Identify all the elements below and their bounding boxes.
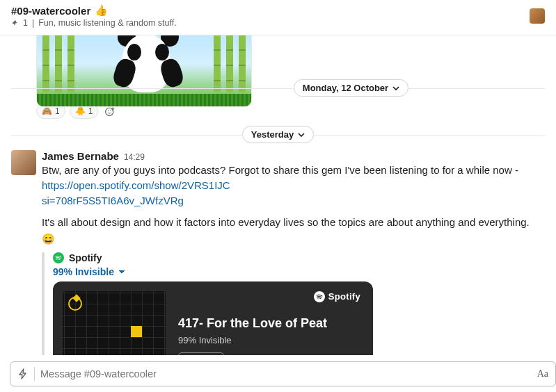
message-text: Btw, are any of you guys into podcasts? … <box>42 163 545 208</box>
message-link[interactable]: https://open.spotify.com/show/2VRS1IJC <box>42 179 230 191</box>
reaction-emoji: 🐥 <box>75 106 86 116</box>
track-title: 417- For the Love of Peat <box>178 316 360 331</box>
message-text: It's all about design and how it factors… <box>42 215 545 247</box>
caret-down-icon <box>118 268 125 275</box>
chevron-down-icon <box>392 85 399 92</box>
pin-count: 1 <box>23 18 28 28</box>
divider-pipe: | <box>32 18 34 28</box>
svg-point-1 <box>108 111 109 111</box>
date-label: Monday, 12 October <box>303 83 388 93</box>
chevron-down-icon <box>298 131 305 138</box>
date-divider: Yesterday <box>11 126 545 143</box>
reaction-emoji: 🙈 <box>42 106 52 116</box>
reaction-count: 1 <box>55 106 60 116</box>
message: James Bernabe 14:29 Btw, are any of you … <box>11 150 545 355</box>
reaction-count: 1 <box>88 106 93 116</box>
link-unfurl: Spotify 99% Invisible Spotify <box>42 252 545 355</box>
message-time: 14:29 <box>124 152 145 162</box>
channel-title[interactable]: #09-watercooler 👍 <box>11 4 530 17</box>
divider <box>34 367 35 381</box>
unfurl-provider: Spotify <box>53 252 545 263</box>
date-pill[interactable]: Yesterday <box>242 126 314 143</box>
channel-topic: Fun, music listening & random stuff. <box>38 18 176 28</box>
channel-emoji: 👍 <box>95 4 108 17</box>
svg-point-2 <box>111 111 111 111</box>
grinning-emoji: 😄 <box>42 231 55 247</box>
author-name[interactable]: James Bernabe <box>42 150 119 162</box>
spotify-icon <box>53 252 64 263</box>
date-pill[interactable]: Monday, 12 October <box>294 79 408 97</box>
spotify-player: Spotify 99% INVISIBLE 417- For the Love … <box>53 281 373 355</box>
workspace-avatar[interactable] <box>530 8 545 24</box>
cover-logo-icon <box>68 297 82 311</box>
composer: Aa <box>10 361 556 386</box>
pin-icon <box>11 19 19 27</box>
message-link[interactable]: si=708rF5S5TI6A6v_JWfzVRg <box>42 195 184 206</box>
spotify-icon <box>314 291 325 302</box>
shortcuts-icon[interactable] <box>17 368 29 379</box>
date-label: Yesterday <box>251 129 294 140</box>
follow-button[interactable]: Follow <box>178 352 224 355</box>
date-divider: Monday, 12 October <box>11 79 545 97</box>
message-list: Monday, 12 October 🙈 1 🐥 1 Yesterday Jam… <box>0 35 556 355</box>
author-avatar[interactable] <box>11 150 36 175</box>
unfurl-title-link[interactable]: 99% Invisible <box>53 266 545 277</box>
channel-header: #09-watercooler 👍 1 | Fun, music listeni… <box>0 0 556 35</box>
album-cover[interactable]: 99% INVISIBLE <box>63 291 166 355</box>
show-name: 99% Invisible <box>178 335 360 345</box>
format-button[interactable]: Aa <box>537 368 548 379</box>
message-input[interactable] <box>40 368 532 379</box>
channel-name: #09-watercooler <box>11 5 90 17</box>
spotify-brand: Spotify <box>314 291 360 302</box>
channel-subtitle: 1 | Fun, music listening & random stuff. <box>11 18 530 28</box>
